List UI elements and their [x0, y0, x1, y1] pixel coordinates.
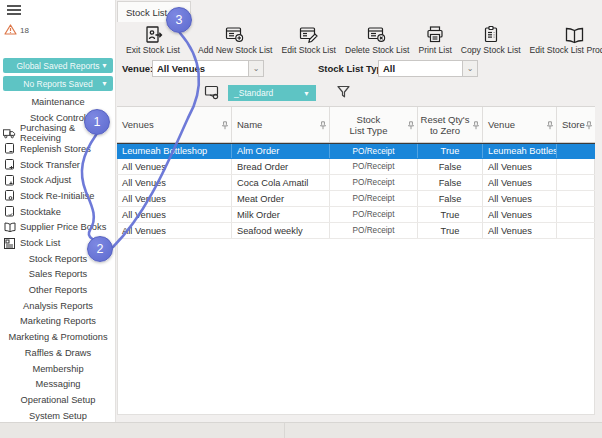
column-header-venues[interactable]: Venues [117, 107, 232, 142]
filter-bar: Venue: All Venues ⌄ Stock List Type: All… [116, 58, 602, 82]
column-header-store[interactable]: Store [557, 107, 595, 142]
sidebar-item-supplier-price-books[interactable]: Supplier Price Books [0, 220, 116, 236]
sidebar-item-analysis-reports[interactable]: Analysis Reports [0, 298, 116, 314]
chevron-down-icon: ▼ [303, 90, 310, 97]
chevron-down-icon[interactable]: ⌄ [248, 61, 263, 76]
warning-indicator[interactable]: 18 [4, 21, 29, 39]
copy-stock-list-button[interactable]: Copy Stock List [459, 24, 523, 56]
stock-re-initialise-page-icon [3, 190, 16, 201]
column-header-name[interactable]: Name [232, 107, 330, 142]
sidebar-item-stocktake[interactable]: Stocktake [0, 204, 116, 220]
edit-stock-list-button[interactable]: Edit Stock List [279, 24, 337, 56]
pin-icon[interactable] [221, 121, 229, 132]
chevron-down-icon: ▼ [101, 80, 108, 87]
exit-door-icon [143, 25, 163, 44]
sidebar-item-stock-adjust[interactable]: Stock Adjust [0, 172, 116, 188]
sidebar-item-marketing-promotions[interactable]: Marketing & Promotions [0, 329, 116, 345]
callout-2: 2 [87, 236, 113, 262]
printer-icon [425, 25, 445, 44]
sidebar-item-stock-transfer[interactable]: Stock Transfer [0, 157, 116, 173]
stock-transfer-page-icon [3, 159, 16, 170]
replenish-stores-page-icon [3, 143, 16, 154]
pin-icon[interactable] [546, 121, 554, 132]
table-row[interactable]: All Venues Coca Cola Amatil PO/Receipt F… [117, 175, 595, 191]
table-row[interactable]: Leumeah Bottleshop Alm Order PO/Receipt … [117, 143, 595, 159]
edit-pencil-icon [299, 25, 319, 44]
column-header-venue[interactable]: Venue [483, 107, 557, 142]
sidebar-item-maintenance[interactable]: Maintenance [0, 94, 116, 110]
pin-icon[interactable] [585, 121, 593, 132]
sidebar-item-other-reports[interactable]: Other Reports [0, 282, 116, 298]
table-row[interactable]: All Venues Bread Order PO/Receipt False … [117, 159, 595, 175]
sidebar-item-operational-setup[interactable]: Operational Setup [0, 392, 116, 408]
tab-label: Stock List [126, 7, 167, 18]
table-header-row: Venues Name Stock List Type Reset Qty's … [117, 106, 595, 143]
saved-layout-dropdown[interactable]: _Standard ▼ [228, 85, 316, 101]
table-row[interactable]: All Venues Milk Order PO/Receipt True Al… [117, 207, 595, 223]
hamburger-menu-icon[interactable] [7, 5, 21, 16]
sidebar-item-membership[interactable]: Membership [0, 361, 116, 377]
sidebar-item-messaging[interactable]: Messaging [0, 376, 116, 392]
venue-filter-label: Venue: [122, 63, 153, 74]
pin-icon[interactable] [407, 121, 415, 132]
table-row[interactable]: All Venues Meat Order PO/Receipt False A… [117, 191, 595, 207]
print-list-button[interactable]: Print List [416, 24, 453, 56]
venue-filter-dropdown[interactable]: All Venues ⌄ [152, 60, 264, 77]
add-list-icon [225, 25, 245, 44]
chevron-down-icon: ▼ [101, 62, 108, 69]
stock-list-panel: Venues Name Stock List Type Reset Qty's … [117, 106, 595, 415]
truck-icon [3, 128, 16, 139]
open-book-icon [564, 25, 585, 44]
stock-list-table: Venues Name Stock List Type Reset Qty's … [117, 106, 595, 239]
sidebar-item-marketing-reports[interactable]: Marketing Reports [0, 314, 116, 330]
sidebar: 18 Global Saved Reports ▼ No Reports Sav… [0, 0, 116, 422]
column-header-stock-list-type[interactable]: Stock List Type [330, 107, 418, 142]
sidebar-item-raffles-draws[interactable]: Raffles & Draws [0, 345, 116, 361]
callout-1: 1 [84, 109, 110, 135]
table-row[interactable]: All Venues Seafood weekly PO/Receipt Tru… [117, 223, 595, 239]
clipboard-icon [481, 25, 501, 44]
global-saved-reports-label: Global Saved Reports [16, 61, 99, 71]
bottom-strip-divider [284, 423, 285, 438]
pin-icon[interactable] [319, 121, 327, 132]
warning-count: 18 [20, 26, 29, 35]
no-reports-saved-dropdown[interactable]: No Reports Saved ▼ [3, 76, 113, 91]
list-icon [3, 238, 16, 249]
view-bar: _Standard ▼ [116, 82, 602, 106]
layout-icon[interactable] [204, 85, 220, 104]
pin-icon[interactable] [472, 121, 480, 132]
warning-triangle-icon [4, 21, 17, 39]
filter-funnel-icon[interactable] [336, 85, 351, 103]
callout-3: 3 [166, 7, 192, 33]
book-icon [3, 222, 16, 233]
sidebar-item-sales-reports[interactable]: Sales Reports [0, 267, 116, 283]
stocktake-page-icon [3, 206, 16, 217]
delete-stock-list-button[interactable]: Delete Stock List [343, 24, 411, 56]
stock-adjust-page-icon [3, 175, 16, 186]
add-new-stock-list-button[interactable]: Add New Stock List [196, 24, 275, 56]
no-reports-saved-label: No Reports Saved [23, 79, 92, 89]
sidebar-item-stock-re-initialise[interactable]: Stock Re-Initialise [0, 188, 116, 204]
global-saved-reports-dropdown[interactable]: Global Saved Reports ▼ [3, 58, 113, 73]
stock-list-type-filter-dropdown[interactable]: All ⌄ [378, 60, 478, 77]
bottom-status-strip [0, 422, 602, 438]
column-header-reset-qtys[interactable]: Reset Qty's to Zero [418, 107, 483, 142]
sidebar-item-replenish-stores[interactable]: Replenish Stores [0, 141, 116, 157]
chevron-down-icon[interactable]: ⌄ [462, 61, 477, 76]
delete-list-icon [367, 25, 387, 44]
edit-stock-list-products-button[interactable]: Edit Stock List Products [528, 24, 602, 56]
